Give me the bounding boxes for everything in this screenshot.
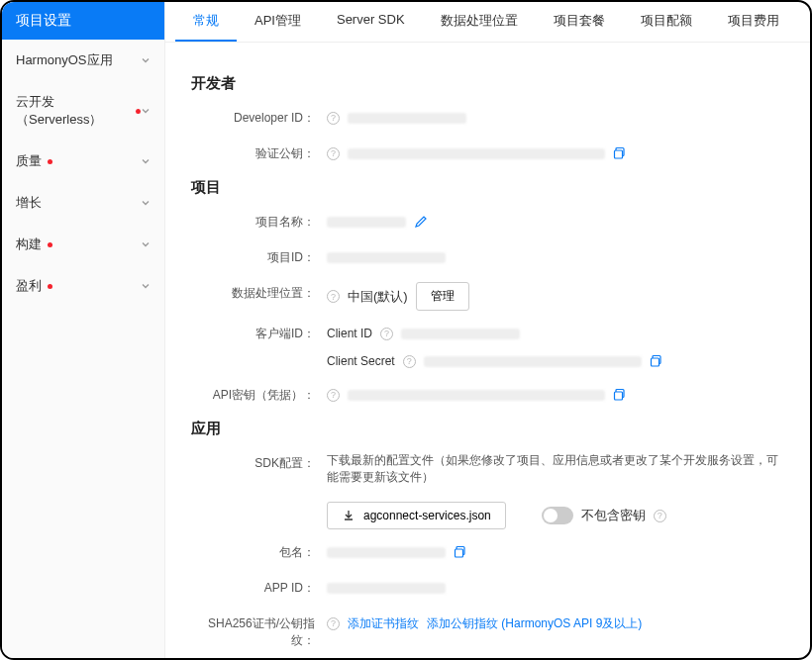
badge-dot-icon bbox=[48, 284, 52, 289]
chevron-down-icon bbox=[141, 198, 151, 208]
tab-server-sdk[interactable]: Server SDK bbox=[319, 2, 423, 42]
row-sdk-config: SDK配置： 下载最新的配置文件（如果您修改了项目、应用信息或者更改了某个开发服… bbox=[191, 452, 784, 529]
label: APP ID： bbox=[191, 577, 315, 597]
chevron-down-icon bbox=[141, 156, 151, 166]
label: API密钥（凭据）： bbox=[191, 384, 315, 404]
redacted-value bbox=[348, 390, 605, 401]
nav-label: 云开发（Serverless） bbox=[16, 93, 130, 129]
nav-item-quality[interactable]: 质量 bbox=[2, 141, 164, 182]
sidebar-nav: HarmonyOS应用 云开发（Serverless） 质量 增长 构建 盈利 bbox=[2, 40, 164, 307]
copy-icon[interactable] bbox=[613, 146, 627, 160]
help-icon[interactable]: ? bbox=[327, 147, 340, 160]
nav-label: 增长 bbox=[16, 194, 42, 212]
redacted-value bbox=[424, 356, 642, 367]
tab-data-location[interactable]: 数据处理位置 bbox=[423, 2, 536, 42]
nav-label: 质量 bbox=[16, 152, 42, 170]
tab-general[interactable]: 常规 bbox=[175, 2, 237, 42]
help-icon[interactable]: ? bbox=[403, 355, 416, 368]
download-sdk-button[interactable]: agconnect-services.json bbox=[327, 502, 506, 529]
nav-label: HarmonyOS应用 bbox=[16, 51, 113, 69]
nav-item-serverless[interactable]: 云开发（Serverless） bbox=[2, 81, 164, 141]
redacted-value bbox=[327, 583, 446, 594]
row-app-id: APP ID： bbox=[191, 577, 784, 601]
redacted-value bbox=[327, 217, 406, 228]
label: 项目ID： bbox=[191, 246, 315, 266]
download-icon bbox=[342, 509, 355, 522]
add-pubkey-fingerprint-link[interactable]: 添加公钥指纹 (HarmonyOS API 9及以上) bbox=[427, 615, 642, 632]
help-icon[interactable]: ? bbox=[327, 389, 340, 402]
svg-rect-1 bbox=[615, 150, 623, 158]
chevron-down-icon bbox=[141, 106, 151, 116]
edit-icon[interactable] bbox=[414, 215, 428, 229]
help-icon[interactable]: ? bbox=[327, 112, 340, 125]
help-icon[interactable]: ? bbox=[380, 328, 393, 340]
copy-icon[interactable] bbox=[650, 354, 663, 368]
label: 客户端ID： bbox=[191, 323, 315, 342]
row-client-id: 客户端ID： Client ID ? Client Secret ? bbox=[191, 323, 784, 372]
content: 开发者 Developer ID： ? 验证公钥： ? 项目 项目名称： bbox=[165, 43, 810, 658]
help-icon[interactable]: ? bbox=[327, 290, 340, 303]
include-secret-toggle[interactable] bbox=[542, 507, 573, 524]
badge-dot-icon bbox=[48, 159, 52, 164]
nav-item-growth[interactable]: 增长 bbox=[2, 182, 164, 224]
label: SHA256证书/公钥指纹： bbox=[191, 613, 315, 649]
label: Developer ID： bbox=[191, 107, 315, 127]
nav-item-build[interactable]: 构建 bbox=[2, 224, 164, 265]
nav-item-harmonyos[interactable]: HarmonyOS应用 bbox=[2, 40, 164, 81]
section-title-app: 应用 bbox=[191, 420, 784, 438]
svg-rect-7 bbox=[456, 549, 463, 557]
tabs: 常规 API管理 Server SDK 数据处理位置 项目套餐 项目配额 项目费… bbox=[165, 2, 810, 43]
row-data-location: 数据处理位置： ? 中国(默认) 管理 bbox=[191, 282, 784, 311]
label: 项目名称： bbox=[191, 211, 315, 231]
tab-cost[interactable]: 项目费用 bbox=[710, 2, 797, 42]
nav-item-profit[interactable]: 盈利 bbox=[2, 265, 164, 307]
tab-api[interactable]: API管理 bbox=[237, 2, 319, 42]
sidebar-title: 项目设置 bbox=[2, 2, 164, 40]
badge-dot-icon bbox=[48, 242, 52, 247]
data-location-value: 中国(默认) bbox=[348, 288, 408, 306]
section-title-project: 项目 bbox=[191, 178, 784, 197]
tab-package[interactable]: 项目套餐 bbox=[536, 2, 623, 42]
sdk-help-text: 下载最新的配置文件（如果您修改了项目、应用信息或者更改了某个开发服务设置，可能需… bbox=[327, 452, 784, 486]
row-verify-pubkey: 验证公钥： ? bbox=[191, 142, 784, 166]
copy-icon[interactable] bbox=[454, 545, 467, 559]
help-icon[interactable]: ? bbox=[654, 510, 666, 522]
client-secret-label: Client Secret bbox=[327, 354, 395, 368]
section-title-developer: 开发者 bbox=[191, 74, 784, 93]
help-icon[interactable]: ? bbox=[327, 617, 340, 630]
redacted-value bbox=[348, 113, 466, 124]
toggle-label: 不包含密钥 bbox=[581, 507, 646, 524]
tab-quota[interactable]: 项目配额 bbox=[623, 2, 710, 42]
chevron-down-icon bbox=[141, 239, 151, 249]
label: 数据处理位置： bbox=[191, 282, 315, 302]
add-cert-fingerprint-link[interactable]: 添加证书指纹 bbox=[348, 615, 419, 632]
main: 常规 API管理 Server SDK 数据处理位置 项目套餐 项目配额 项目费… bbox=[165, 2, 810, 658]
manage-button[interactable]: 管理 bbox=[416, 282, 469, 311]
redacted-value bbox=[327, 252, 446, 263]
row-developer-id: Developer ID： ? bbox=[191, 107, 784, 131]
label: SDK配置： bbox=[191, 452, 315, 472]
redacted-value bbox=[327, 547, 446, 558]
nav-label: 构建 bbox=[16, 236, 42, 253]
client-id-label: Client ID bbox=[327, 327, 372, 340]
label: 验证公钥： bbox=[191, 142, 315, 162]
redacted-value bbox=[401, 329, 520, 339]
chevron-down-icon bbox=[141, 281, 151, 291]
row-project-id: 项目ID： bbox=[191, 246, 784, 270]
copy-icon[interactable] bbox=[613, 388, 627, 402]
redacted-value bbox=[348, 148, 605, 159]
label: 包名： bbox=[191, 541, 315, 561]
svg-rect-5 bbox=[615, 392, 623, 400]
svg-rect-3 bbox=[651, 358, 659, 366]
row-sha256: SHA256证书/公钥指纹： ? 添加证书指纹 添加公钥指纹 (HarmonyO… bbox=[191, 613, 784, 649]
row-package-name: 包名： bbox=[191, 541, 784, 565]
download-label: agconnect-services.json bbox=[363, 509, 491, 522]
chevron-down-icon bbox=[141, 55, 151, 65]
sidebar: 项目设置 HarmonyOS应用 云开发（Serverless） 质量 增长 构… bbox=[2, 2, 165, 658]
row-project-name: 项目名称： bbox=[191, 211, 784, 235]
row-api-key: API密钥（凭据）： ? bbox=[191, 384, 784, 408]
nav-label: 盈利 bbox=[16, 277, 42, 295]
